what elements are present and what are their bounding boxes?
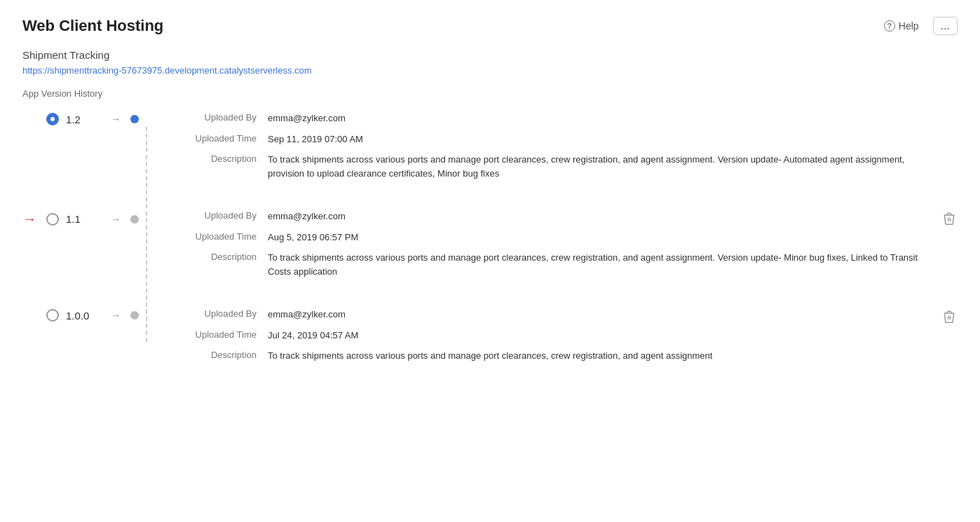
description-value-v11: To track shipments across various ports … xyxy=(268,251,932,278)
version-radio-v100[interactable] xyxy=(46,309,59,322)
page-title: Web Client Hosting xyxy=(22,17,163,35)
delete-button-v11[interactable] xyxy=(941,210,958,231)
version-number-v100: 1.0.0 xyxy=(66,310,101,322)
uploaded-by-value-v12: emma@zylker.com xyxy=(268,111,938,125)
page-container: Web Client Hosting ? Help ... Shipment T… xyxy=(0,0,980,522)
version-row: 1.2→ Uploaded By emma@zylker.com Uploade… xyxy=(22,111,958,187)
version-number-v11: 1.1 xyxy=(66,213,101,225)
trash-icon xyxy=(944,212,955,225)
versions-container: 1.2→ Uploaded By emma@zylker.com Uploade… xyxy=(22,111,958,370)
uploaded-time-row-v12: Uploaded Time Sep 11, 2019 07:00 AM xyxy=(177,132,938,146)
description-row-v11: Description To track shipments across va… xyxy=(177,251,932,278)
uploaded-by-label-v12: Uploaded By xyxy=(177,111,268,123)
description-label-v11: Description xyxy=(177,251,268,262)
uploaded-time-label-v11: Uploaded Time xyxy=(177,231,268,242)
uploaded-time-label-v12: Uploaded Time xyxy=(177,132,268,144)
version-left-v12: 1.2→ xyxy=(22,111,163,125)
uploaded-by-label-v100: Uploaded By xyxy=(177,308,268,319)
version-radio-v12[interactable] xyxy=(46,113,59,125)
uploaded-time-value-v11: Aug 5, 2019 06:57 PM xyxy=(268,231,932,245)
more-button[interactable]: ... xyxy=(933,17,958,35)
header: Web Client Hosting ? Help ... xyxy=(22,17,958,35)
uploaded-time-value-v12: Sep 11, 2019 07:00 AM xyxy=(268,132,938,146)
uploaded-by-row-v11: Uploaded By emma@zylker.com xyxy=(177,210,932,224)
uploaded-by-label-v11: Uploaded By xyxy=(177,210,268,221)
red-arrow-icon: → xyxy=(22,211,36,226)
arrow-right-icon-v100: → xyxy=(111,310,121,321)
uploaded-by-value-v11: emma@zylker.com xyxy=(268,210,932,224)
version-number-v12: 1.2 xyxy=(66,114,101,125)
version-row: 1.0.0→ Uploaded By emma@zylker.com Uploa… xyxy=(22,308,958,370)
version-radio-v11[interactable] xyxy=(46,213,59,226)
version-dot-v12 xyxy=(130,115,139,123)
version-dot-v11 xyxy=(130,215,139,224)
header-actions: ? Help ... xyxy=(878,17,958,35)
version-left-v100: 1.0.0→ xyxy=(22,308,163,322)
description-row-v100: Description To track shipments across va… xyxy=(177,349,932,363)
uploaded-by-value-v100: emma@zylker.com xyxy=(268,308,932,322)
version-dot-v100 xyxy=(130,311,139,320)
description-label-v100: Description xyxy=(177,349,268,360)
help-label: Help xyxy=(899,20,919,32)
version-details-v12: Uploaded By emma@zylker.com Uploaded Tim… xyxy=(163,111,938,187)
version-details-v100: Uploaded By emma@zylker.com Uploaded Tim… xyxy=(163,308,932,370)
help-button[interactable]: ? Help xyxy=(878,18,925,34)
uploaded-time-label-v100: Uploaded Time xyxy=(177,329,268,340)
app-url-link[interactable]: https://shipmenttracking-57673975.develo… xyxy=(22,65,958,76)
history-label: App Version History xyxy=(22,88,958,99)
version-left-v11: →1.1→ xyxy=(22,210,163,227)
version-row: →1.1→ Uploaded By emma@zylker.com Upload… xyxy=(22,210,958,285)
current-pointer-v11: → xyxy=(22,211,39,227)
arrow-right-icon-v11: → xyxy=(111,214,121,225)
arrow-right-icon-v12: → xyxy=(111,114,121,125)
uploaded-time-row-v11: Uploaded Time Aug 5, 2019 06:57 PM xyxy=(177,231,932,245)
description-value-v100: To track shipments across various ports … xyxy=(268,349,932,363)
uploaded-time-row-v100: Uploaded Time Jul 24, 2019 04:57 AM xyxy=(177,329,932,343)
description-label-v12: Description xyxy=(177,153,268,164)
help-icon: ? xyxy=(884,20,895,32)
uploaded-by-row-v100: Uploaded By emma@zylker.com xyxy=(177,308,932,322)
version-details-v11: Uploaded By emma@zylker.com Uploaded Tim… xyxy=(163,210,932,285)
description-row-v12: Description To track shipments across va… xyxy=(177,153,938,180)
trash-icon xyxy=(944,310,955,323)
app-name: Shipment Tracking xyxy=(22,49,958,61)
uploaded-time-value-v100: Jul 24, 2019 04:57 AM xyxy=(268,329,932,343)
delete-button-v100[interactable] xyxy=(941,308,958,329)
uploaded-by-row-v12: Uploaded By emma@zylker.com xyxy=(177,111,938,125)
description-value-v12: To track shipments across various ports … xyxy=(268,153,938,180)
